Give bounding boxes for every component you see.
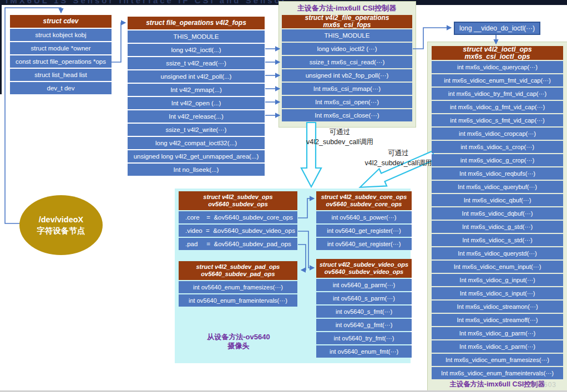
table-row: .core = &ov5640_subdev_core_ops <box>179 211 297 223</box>
table-row: long v4l2_ioctl(...) <box>128 44 265 56</box>
left-edge-sliver <box>0 4 2 94</box>
table-row: Int v4l2_release(...) <box>128 110 265 123</box>
subdev-ops-table-rows: .core = &ov5640_subdev_core_ops.video = … <box>179 211 297 250</box>
table-row: int ov5640_try_fmt(···) <box>316 332 412 344</box>
table-row: .pad = &ov5640_subdev_pad_ops <box>179 238 297 250</box>
csi-fops-table-header: struct v4l2_file_operations mx6s_csi_fop… <box>282 15 412 28</box>
table-row: ssize_t mx6s_csi_read(···) <box>282 56 412 68</box>
table-row: int ov5640_g_parm(···) <box>316 279 412 291</box>
core-ops-table-rows: int ov5640_s_power(···)int ov5640_get_re… <box>316 211 412 250</box>
pad-ops-table: struct v4l2_subdev_pad_ops ov5640_subdev… <box>179 261 297 307</box>
table-row: int mx6s_vidioc_g_fmt_vid_cap(···) <box>432 101 563 113</box>
cdev-table-rows: struct kobject kobjstruct module *ownerc… <box>10 29 112 94</box>
core-ops-table: struct v4l2_subdev_core_ops ov5640_subde… <box>316 191 412 250</box>
table-row: Int mx6s_csi_mmap(···) <box>282 83 412 95</box>
csi-fops-table-rows: THIS_MODULElong video_ioctl2 (···)ssize_… <box>282 29 412 121</box>
table-row: Int mx6s_vidioc_enum_framesizes(···) <box>432 354 563 366</box>
table-row: unsigned int vb2_fop_poll(···) <box>282 69 412 82</box>
slave-panel-caption: 从设备方法-ov5640 摄像头 <box>175 333 302 350</box>
video-ops-table: struct v4l2_subdev_video_ops ov5640_subd… <box>316 259 412 358</box>
video-do-ioctl-box: long __video_do_ioctl(···) <box>454 22 540 35</box>
subdev-ops-table: struct v4l2_subdev_ops ov5640_subdev_ops… <box>179 191 297 250</box>
table-row: int ov5640_enum_framesizes(···) <box>179 281 297 293</box>
cdev-table-header: struct cdev <box>10 15 112 28</box>
table-row: int ov5640_get_register(···) <box>316 225 412 237</box>
diagram-canvas: IMX6UL 1S Sensor Interface IF CSI and Se… <box>0 0 567 392</box>
device-node-ellipse: /dev/videoX 字符设备节点 <box>19 195 103 255</box>
pad-ops-table-header: struct v4l2_subdev_pad_ops ov5640_subdev… <box>179 261 297 280</box>
table-row: int mx6s_vidioc_querycap(···) <box>432 61 563 73</box>
subdev-call-note-1: 可通过 v4l2_subdev_call调用 <box>294 127 386 147</box>
table-row: struct list_head list <box>10 69 112 81</box>
core-ops-table-header: struct v4l2_subdev_core_ops ov5640_subde… <box>316 191 412 210</box>
table-row: Int mx6s_vidioc_dqbuf(···) <box>432 207 563 220</box>
table-row: int ov5640_s_parm(···) <box>316 292 412 304</box>
table-row: int ov5640_s_power(···) <box>316 211 412 223</box>
table-row: ssize_t v4l2_read(···) <box>128 57 265 69</box>
table-row: unsigned int v4l2_poll(...) <box>128 70 265 83</box>
table-row: long v4l2_compat_ioctl32(...) <box>128 137 265 149</box>
table-row: .video = &ov5640_subdev_video_ops <box>179 225 297 237</box>
table-row: int mx6s_vidioc_s_crop(···) <box>432 141 563 153</box>
table-row: int mx6s_vidioc_g_crop(···) <box>432 154 563 166</box>
table-row: struct module *owner <box>10 42 112 54</box>
table-row: int ov5640_set_register(···) <box>316 238 412 250</box>
table-row: const struct file_operations *ops <box>10 55 112 68</box>
table-row: int ov5640_s_fmt(···) <box>316 306 412 318</box>
table-row: Int mx6s_vidioc_s_std(···) <box>432 234 563 246</box>
table-row: int ov5640_g_fmt(···) <box>316 319 412 331</box>
connector-cdev-fops <box>112 23 125 62</box>
csi-fops-table: struct v4l2_file_operations mx6s_csi_fop… <box>282 15 412 121</box>
ioctl-ops-table: struct v4l2_ioctl_ops mx6s_csi_ioctl_ops… <box>432 46 563 379</box>
table-row: Int mx6s_vidioc_streamon(···) <box>432 301 563 313</box>
subdev-call-note-2: 可通过 v4l2_subdev_call调用 <box>348 148 448 168</box>
ioctl-ops-table-rows: int mx6s_vidioc_querycap(···)int mx6s_vi… <box>432 61 563 379</box>
table-row: Int mx6s_csi_open(···) <box>282 96 412 108</box>
fops-table-rows: THIS_MODULElong v4l2_ioctl(...)ssize_t v… <box>128 30 265 176</box>
master-panel-top-title: 主设备方法-imx6ull CSI控制器 <box>279 4 415 13</box>
table-row: Int mx6s_vidioc_g_std(···) <box>432 221 563 233</box>
table-row: Int v4l2_mmap(...) <box>128 84 265 96</box>
table-row: int mx6s_vidioc_enum_fmt_vid_cap(···) <box>432 74 563 86</box>
table-row: Int mx6s_vidioc_streamoff(···) <box>432 314 563 326</box>
clipped-top-text: IMX6UL 1S Sensor Interface IF CSI and Se… <box>6 0 287 5</box>
table-row: Int no_llseek(...) <box>128 164 265 176</box>
fops-table: struct file_operations v4l2_fops THIS_MO… <box>128 17 265 176</box>
table-row: int mx6s_vidioc_cropcap(···) <box>432 128 563 140</box>
table-row: long video_ioctl2 (···) <box>282 43 412 55</box>
table-row: Int mx6s_vidioc_s_input(···) <box>432 287 563 299</box>
subdev-ops-table-header: struct v4l2_subdev_ops ov5640_subdev_ops <box>179 191 297 210</box>
table-row: unsigned long v4l2_get_unmapped_area(...… <box>128 150 265 162</box>
table-row: Int mx6s_vidioc_s_parm(···) <box>432 340 563 353</box>
table-row: int ov5640_enum_fmt(···) <box>316 345 412 358</box>
video-ops-table-rows: int ov5640_g_parm(···)int ov5640_s_parm(… <box>316 279 412 358</box>
table-row: int mx6s_vidioc_s_fmt_vid_cap(···) <box>432 114 563 126</box>
table-row: struct kobject kobj <box>10 29 112 41</box>
table-row: THIS_MODULE <box>128 30 265 43</box>
table-row: Int mx6s_vidioc_enum_input(···) <box>432 261 563 273</box>
pad-ops-table-rows: int ov5640_enum_framesizes(···)int ov564… <box>179 281 297 307</box>
table-row: Int mx6s_vidioc_enum_frameintervals(···) <box>432 367 563 379</box>
table-row: int ov5640_enum_frameintervals(···) <box>179 294 297 307</box>
video-ops-table-header: struct v4l2_subdev_video_ops ov5640_subd… <box>316 259 412 278</box>
table-row: dev_t dev <box>10 82 112 94</box>
watermark: 317503 <box>531 381 556 389</box>
table-row: Int mx6s_vidioc_querystd(···) <box>432 247 563 259</box>
fops-table-header: struct file_operations v4l2_fops <box>128 17 265 29</box>
table-row: Int mx6s_csi_close(···) <box>282 109 412 121</box>
table-row: Int mx6s_vidioc_qbuf(···) <box>432 194 563 206</box>
cdev-table: struct cdev struct kobject kobjstruct mo… <box>10 15 112 94</box>
table-row: ssize_t v4l2_write(···) <box>128 124 265 136</box>
ioctl-ops-table-header: struct v4l2_ioctl_ops mx6s_csi_ioctl_ops <box>432 46 563 60</box>
table-row: Int v4l2_open (...) <box>128 97 265 109</box>
table-row: Int mx6s_vidioc_g_parm(···) <box>432 327 563 339</box>
table-row: Int mx6s_vidioc_querybuf(···) <box>432 181 563 193</box>
table-row: THIS_MODULE <box>282 29 412 42</box>
table-row: Int mx6s_vidioc_reqbufs(···) <box>432 167 563 180</box>
table-row: int mx6s_vidioc_try_fmt_vid_cap(···) <box>432 88 563 100</box>
table-row: Int mx6s_vidioc_g_input(···) <box>432 274 563 286</box>
